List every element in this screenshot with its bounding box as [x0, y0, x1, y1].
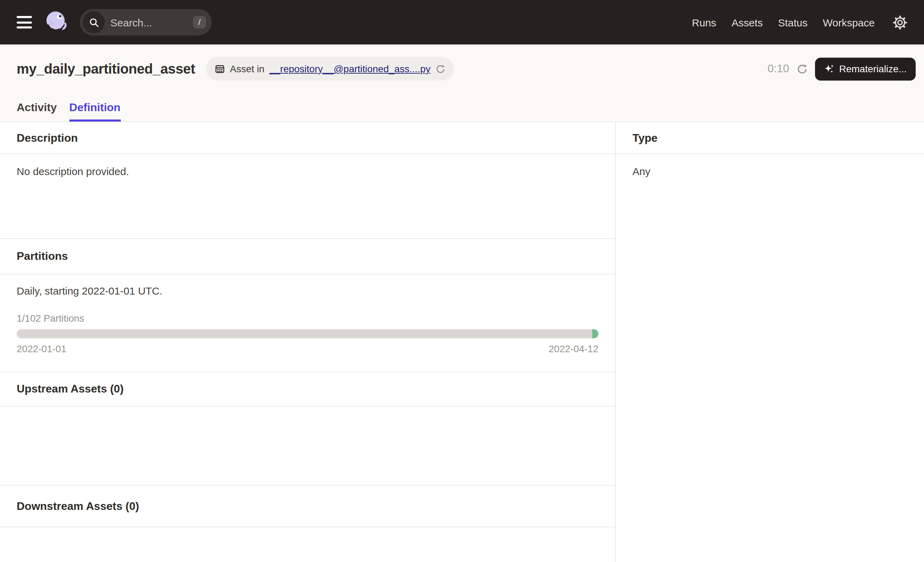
tab-definition[interactable]: Definition	[69, 101, 121, 122]
topbar: / Runs Assets Status Workspace	[0, 0, 924, 45]
partitions-body: Daily, starting 2022-01-01 UTC. 1/102 Pa…	[0, 274, 615, 372]
partition-start-date: 2022-01-01	[16, 343, 66, 354]
page-title: my_daily_partitioned_asset	[16, 61, 195, 77]
partition-health-bar	[16, 329, 598, 338]
main-column: Description No description provided. Par…	[0, 122, 616, 562]
partition-end-date: 2022-04-12	[549, 343, 598, 354]
partitions-count: 1/102 Partitions	[16, 313, 598, 324]
settings-gear-icon[interactable]	[893, 15, 908, 30]
partitions-heading: Partitions	[0, 239, 615, 274]
type-heading: Type	[616, 122, 924, 154]
search-icon	[82, 11, 105, 33]
upstream-assets-heading: Upstream Assets (0)	[0, 372, 615, 406]
tab-bar: Activity Definition	[0, 101, 924, 122]
search-shortcut-key: /	[193, 16, 206, 29]
downstream-assets-body	[0, 527, 615, 562]
repository-icon	[214, 63, 225, 74]
header-actions: 0:10 Rematerialize...	[768, 57, 916, 80]
sparkles-icon	[824, 63, 834, 74]
type-value: Any	[616, 154, 924, 188]
dagster-app: / Runs Assets Status Workspace	[0, 0, 924, 562]
menu-icon[interactable]	[15, 15, 33, 30]
reload-repository-icon[interactable]	[435, 63, 446, 74]
repository-file-link[interactable]: __repository__@partitioned_ass....py	[269, 63, 430, 74]
title-row: my_daily_partitioned_asset	[0, 45, 924, 81]
definition-content: Description No description provided. Par…	[0, 122, 924, 562]
top-navigation: Runs Assets Status Workspace	[692, 15, 908, 30]
partition-date-range: 2022-01-01 2022-04-12	[16, 343, 598, 354]
nav-runs[interactable]: Runs	[692, 17, 716, 28]
downstream-assets-heading: Downstream Assets (0)	[0, 485, 615, 527]
refresh-countdown: 0:10	[768, 63, 789, 75]
partition-health-bar-materialized	[592, 329, 598, 338]
nav-status[interactable]: Status	[778, 17, 807, 28]
rematerialize-button[interactable]: Rematerialize...	[814, 57, 916, 80]
partitions-summary: Daily, starting 2022-01-01 UTC.	[16, 285, 598, 297]
tab-activity[interactable]: Activity	[16, 101, 57, 122]
search-bar[interactable]: /	[80, 9, 212, 35]
upstream-assets-body	[0, 406, 615, 485]
description-heading: Description	[0, 122, 615, 154]
asset-location-badge: Asset in __repository__@partitioned_ass.…	[206, 57, 454, 81]
side-column: Type Any	[616, 122, 924, 562]
dagster-logo-icon[interactable]	[43, 9, 69, 35]
description-body: No description provided.	[0, 154, 615, 239]
rematerialize-label: Rematerialize...	[839, 63, 907, 74]
asset-badge-prefix: Asset in	[230, 63, 264, 74]
nav-workspace[interactable]: Workspace	[823, 17, 875, 28]
nav-assets[interactable]: Assets	[731, 17, 763, 28]
search-input[interactable]	[105, 17, 193, 28]
page-header: my_daily_partitioned_asset	[0, 45, 924, 122]
refresh-icon[interactable]	[796, 63, 808, 75]
